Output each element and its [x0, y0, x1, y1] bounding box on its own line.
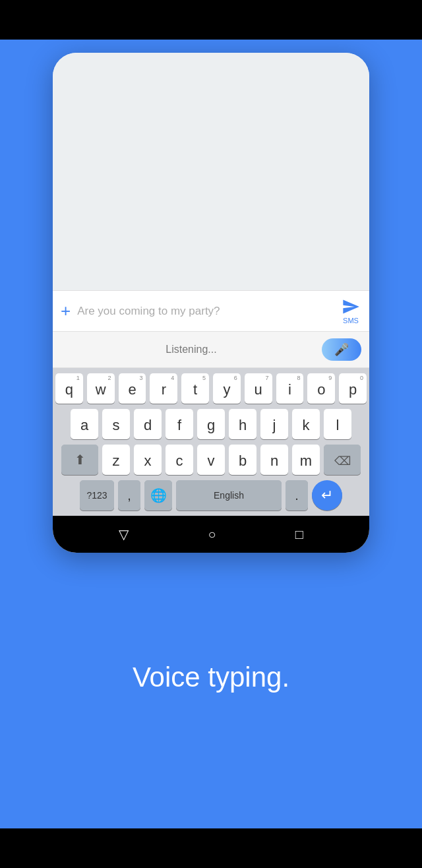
sms-send-button[interactable]: SMS [340, 297, 361, 325]
nav-home-icon[interactable]: ○ [208, 527, 216, 542]
key-a[interactable]: a [71, 409, 98, 439]
key-r[interactable]: 4 r [150, 373, 177, 404]
key-q[interactable]: 1 q [55, 373, 83, 404]
key-w[interactable]: 2 w [87, 373, 115, 404]
key-b[interactable]: b [229, 445, 256, 475]
mic-icon: 🎤 [334, 342, 349, 357]
key-p[interactable]: 0 p [339, 373, 367, 404]
enter-key[interactable]: ↵ [312, 480, 342, 511]
space-key[interactable]: English [176, 480, 282, 511]
key-o[interactable]: 9 o [307, 373, 335, 404]
key-s[interactable]: s [102, 409, 130, 439]
key-h[interactable]: h [229, 409, 256, 439]
nav-back-icon[interactable]: ▽ [119, 526, 129, 542]
sms-label: SMS [343, 317, 359, 325]
nav-bar: ▽ ○ □ [53, 516, 369, 553]
key-c[interactable]: c [166, 445, 193, 475]
nav-recent-icon[interactable]: □ [295, 527, 303, 542]
key-z[interactable]: z [102, 445, 130, 475]
plus-icon[interactable]: + [61, 301, 71, 321]
key-k[interactable]: k [292, 409, 320, 439]
phone-screen-top [53, 53, 369, 290]
key-t[interactable]: 5 t [181, 373, 209, 404]
key-l[interactable]: l [324, 409, 351, 439]
key-n[interactable]: n [260, 445, 288, 475]
top-black-bar [0, 0, 422, 40]
globe-key[interactable]: 🌐 [144, 480, 172, 511]
keyboard: 1 q 2 w 3 e 4 r 5 t 6 y [53, 368, 369, 516]
keyboard-row-bottom: ?123 , 🌐 English . ↵ [55, 480, 367, 513]
key-v[interactable]: v [197, 445, 225, 475]
key-m[interactable]: m [292, 445, 320, 475]
key-j[interactable]: j [260, 409, 288, 439]
shift-key[interactable]: ⬆ [61, 445, 98, 475]
backspace-key[interactable]: ⌫ [324, 445, 361, 475]
listening-text: Listening... [61, 344, 322, 356]
bottom-section: Voice typing. [133, 553, 289, 828]
comma-key[interactable]: , [118, 480, 140, 511]
keyboard-row-2: a s d f g h j k l [55, 409, 367, 439]
key-f[interactable]: f [166, 409, 193, 439]
mic-toggle-button[interactable]: 🎤 [322, 338, 361, 361]
key-e[interactable]: 3 e [119, 373, 146, 404]
num-sym-key[interactable]: ?123 [80, 480, 114, 511]
message-input[interactable]: Are you coming to my party? [77, 305, 334, 318]
key-g[interactable]: g [197, 409, 225, 439]
key-x[interactable]: x [134, 445, 162, 475]
keyboard-row-3: ⬆ z x c v b n m ⌫ [55, 445, 367, 475]
key-y[interactable]: 6 y [213, 373, 241, 404]
key-d[interactable]: d [134, 409, 162, 439]
voice-typing-label: Voice typing. [133, 662, 289, 693]
phone-container: + Are you coming to my party? SMS Listen… [53, 53, 369, 553]
key-u[interactable]: 7 u [245, 373, 272, 404]
period-key[interactable]: . [286, 480, 308, 511]
message-bar: + Are you coming to my party? SMS [53, 290, 369, 332]
bottom-black-bar [0, 828, 422, 868]
key-i[interactable]: 8 i [276, 373, 304, 404]
listening-bar: Listening... 🎤 [53, 332, 369, 368]
keyboard-row-1: 1 q 2 w 3 e 4 r 5 t 6 y [55, 373, 367, 404]
